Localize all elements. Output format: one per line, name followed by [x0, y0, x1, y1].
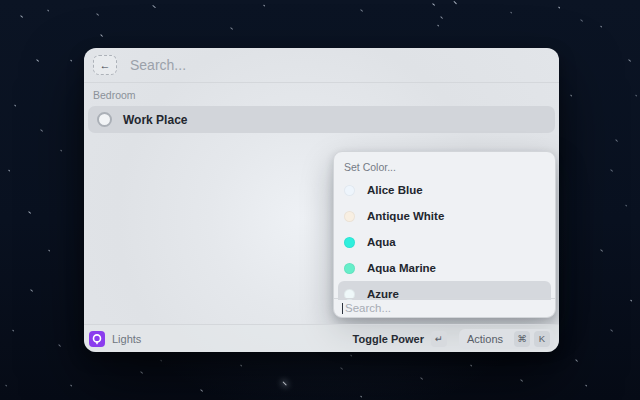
star: [140, 371, 143, 374]
star: [630, 300, 632, 302]
star: [28, 211, 31, 214]
star: [230, 27, 233, 30]
return-key-icon: ↵: [431, 331, 447, 347]
device-label: Work Place: [123, 113, 187, 127]
star: [625, 205, 627, 207]
star: [5, 385, 7, 387]
star: [440, 16, 443, 19]
color-swatch-icon: [344, 263, 355, 274]
cmd-key-icon: ⌘: [514, 331, 530, 347]
star: [432, 3, 435, 6]
color-option-list: Alice BlueAntique WhiteAquaAqua MarineAz…: [334, 177, 555, 300]
star: [628, 59, 631, 62]
star: [600, 26, 602, 28]
list-item-work-place[interactable]: Work Place: [88, 106, 555, 133]
color-swatch-icon: [344, 237, 355, 248]
star: [360, 9, 363, 12]
launcher-window: ← Search... Bedroom Work Place Set Color…: [84, 48, 559, 352]
star: [8, 170, 10, 172]
bulb-ring-glyph: [91, 333, 103, 345]
star: [575, 359, 578, 362]
main-search-input[interactable]: Search...: [130, 57, 186, 73]
color-swatch-icon: [344, 211, 355, 222]
star: [470, 364, 472, 366]
star: [100, 34, 103, 37]
set-color-popup: Set Color... Alice BlueAntique WhiteAqua…: [333, 151, 556, 318]
star: [453, 1, 457, 5]
star: [600, 249, 603, 252]
star: [580, 19, 583, 22]
star: [70, 60, 72, 62]
star: [615, 139, 618, 142]
desktop-wallpaper: ← Search... Bedroom Work Place Set Color…: [0, 0, 640, 400]
star: [96, 13, 99, 16]
star: [350, 354, 352, 356]
lights-app-icon: [89, 331, 105, 347]
color-option-label: Aqua Marine: [367, 262, 436, 274]
popup-search-field[interactable]: Search...: [334, 298, 555, 317]
star: [70, 384, 72, 386]
app-name: Lights: [112, 333, 141, 345]
star: [14, 104, 16, 106]
light-color-ring-icon: [97, 112, 112, 127]
color-swatch-icon: [344, 185, 355, 196]
star: [152, 5, 156, 9]
star: [585, 385, 587, 387]
star: [200, 389, 203, 392]
color-option-label: Alice Blue: [367, 184, 423, 196]
star: [263, 5, 265, 7]
star: [60, 150, 62, 152]
star: [20, 15, 23, 18]
star: [47, 9, 49, 11]
footer-actions: Toggle Power ↵ Actions ⌘ K: [353, 329, 554, 349]
launcher-header: ← Search...: [84, 48, 559, 83]
color-option-label: Antique White: [367, 210, 444, 222]
star: [360, 396, 362, 398]
section-label-bedroom: Bedroom: [93, 89, 136, 101]
back-arrow-icon: ←: [100, 60, 111, 71]
actions-button[interactable]: Actions ⌘ K: [459, 329, 554, 349]
star: [558, 6, 560, 8]
popup-search-placeholder: Search...: [345, 302, 391, 314]
star: [282, 381, 287, 386]
star: [340, 367, 343, 370]
star: [58, 344, 61, 347]
footer-bar: Lights Toggle Power ↵ Actions ⌘ K: [84, 324, 559, 352]
k-key-icon: K: [534, 331, 550, 347]
star: [40, 129, 43, 132]
back-button[interactable]: ←: [93, 55, 117, 75]
star: [160, 360, 162, 362]
star: [510, 12, 512, 14]
color-option-row[interactable]: Alice Blue: [338, 177, 551, 203]
star: [12, 330, 14, 332]
star: [30, 289, 33, 292]
star: [437, 25, 439, 27]
star: [635, 95, 637, 97]
star: [610, 329, 613, 332]
color-option-label: Aqua: [367, 236, 396, 248]
text-caret: [342, 303, 343, 314]
primary-action-button[interactable]: Toggle Power: [353, 333, 424, 345]
star: [240, 364, 242, 366]
star: [520, 379, 523, 382]
star: [610, 169, 613, 172]
star: [36, 59, 39, 62]
star: [570, 94, 572, 96]
color-option-row[interactable]: Aqua: [338, 229, 551, 255]
actions-label: Actions: [467, 333, 503, 345]
color-option-row[interactable]: Aqua Marine: [338, 255, 551, 281]
popup-title: Set Color...: [344, 161, 396, 173]
color-option-row[interactable]: Antique White: [338, 203, 551, 229]
star: [420, 377, 423, 380]
star: [48, 250, 50, 252]
